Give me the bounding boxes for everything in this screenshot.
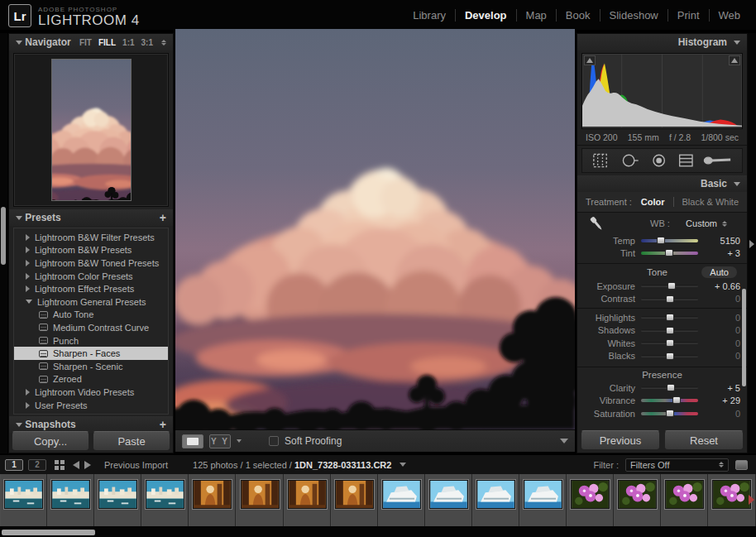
clarity-slider-knob[interactable] — [667, 384, 675, 391]
previous-button[interactable]: Previous — [581, 430, 660, 450]
photo-thumbnail-harbor[interactable] — [146, 480, 184, 509]
navigator-header[interactable]: Navigator FITFILL1:13:1 — [9, 34, 173, 50]
filter-toggle-switch[interactable] — [735, 460, 748, 470]
whites-slider-track[interactable] — [641, 342, 698, 344]
preset-item-medium-contrast-curve[interactable]: Medium Contrast Curve — [14, 321, 168, 334]
histogram-box[interactable] — [581, 53, 743, 129]
preset-item-auto-tone[interactable]: Auto Tone — [14, 309, 168, 322]
preset-item-sharpen-scenic[interactable]: Sharpen - Scenic — [14, 360, 168, 373]
collapsed-triangle-icon[interactable] — [26, 402, 30, 409]
exposure-slider-knob[interactable] — [667, 282, 676, 290]
right-panel-scrollbar[interactable] — [742, 289, 746, 386]
shadow-clipping-indicator[interactable] — [584, 55, 596, 65]
navigator-zoom-1-1[interactable]: 1:1 — [122, 38, 134, 47]
photo-thumbnail-orchid[interactable] — [712, 480, 751, 509]
highlights-slider-knob[interactable] — [666, 314, 674, 321]
loupe-view-button[interactable] — [182, 434, 203, 448]
grid-view-icon[interactable] — [55, 460, 65, 470]
filmstrip-cell-2[interactable] — [47, 474, 94, 526]
collapsed-triangle-icon[interactable] — [26, 389, 30, 396]
preset-folder-user-presets[interactable]: User Presets — [14, 399, 168, 412]
module-book[interactable]: Book — [557, 9, 600, 22]
clarity-slider-track[interactable] — [641, 386, 698, 389]
view-options-caret-icon[interactable] — [237, 439, 242, 443]
preset-item-sharpen-faces[interactable]: Sharpen - Faces — [14, 347, 168, 360]
saturation-slider-knob[interactable] — [666, 410, 674, 417]
soft-proofing-checkbox[interactable] — [269, 436, 279, 446]
presets-header[interactable]: Presets + — [9, 209, 173, 226]
filmstrip-cell-12[interactable] — [519, 474, 567, 526]
photo-thumbnail-room[interactable] — [241, 480, 280, 509]
previous-photo-arrow-icon[interactable] — [73, 461, 79, 469]
module-map[interactable]: Map — [517, 9, 557, 22]
collapsed-triangle-icon[interactable] — [26, 247, 30, 253]
preset-folder-lightroom-b-w-presets[interactable]: Lightroom B&W Presets — [14, 244, 168, 257]
filmstrip-scroll-right-icon[interactable] — [749, 495, 754, 505]
copy-button[interactable]: Copy... — [12, 431, 89, 451]
next-photo-arrow-icon[interactable] — [84, 461, 91, 469]
collapsed-triangle-icon[interactable] — [26, 285, 30, 292]
tint-slider-track[interactable] — [641, 252, 698, 255]
main-window-button[interactable]: 1 — [5, 459, 23, 471]
preset-folder-lightroom-b-w-filter-presets[interactable]: Lightroom B&W Filter Presets — [14, 231, 168, 244]
collapsed-triangle-icon[interactable] — [26, 234, 30, 241]
basic-header[interactable]: Basic — [577, 175, 747, 192]
main-photo[interactable] — [175, 29, 575, 429]
photo-thumbnail-orchid[interactable] — [665, 480, 704, 509]
photo-thumbnail-ship[interactable] — [429, 480, 468, 509]
filmstrip-cell-3[interactable] — [94, 474, 141, 526]
photo-thumbnail-room[interactable] — [193, 480, 232, 509]
preset-folder-lightroom-effect-presets[interactable]: Lightroom Effect Presets — [14, 282, 168, 295]
photo-thumbnail-harbor[interactable] — [98, 480, 137, 509]
photo-thumbnail-orchid[interactable] — [571, 480, 610, 509]
temp-slider-track[interactable] — [641, 239, 698, 242]
tint-slider-knob[interactable] — [665, 249, 673, 257]
filmstrip-cell-10[interactable] — [425, 474, 472, 526]
photo-thumbnail-room[interactable] — [335, 480, 374, 509]
preset-item-zeroed[interactable]: Zeroed — [14, 373, 168, 386]
compare-view-button[interactable]: Y Y — [209, 434, 231, 448]
filter-dropdown[interactable]: Filters Off — [625, 458, 729, 472]
highlight-clipping-indicator[interactable] — [729, 55, 740, 65]
wb-eyedropper-icon[interactable] — [586, 214, 607, 233]
module-print[interactable]: Print — [668, 9, 710, 22]
show-panel-arrow-icon[interactable] — [749, 240, 754, 248]
photo-thumbnail-ship[interactable] — [476, 480, 515, 509]
highlights-slider-track[interactable] — [641, 316, 698, 319]
module-web[interactable]: Web — [710, 9, 750, 22]
navigator-zoom-fill[interactable]: FILL — [98, 38, 116, 47]
module-library[interactable]: Library — [404, 9, 456, 22]
photo-thumbnail-harbor[interactable] — [51, 480, 90, 509]
blacks-slider-knob[interactable] — [666, 352, 674, 360]
photo-thumbnail-harbor[interactable] — [4, 480, 43, 509]
add-preset-button[interactable]: + — [160, 211, 166, 224]
contrast-slider-knob[interactable] — [666, 295, 674, 303]
photo-thumbnail-ship[interactable] — [524, 480, 562, 509]
exposure-slider-track[interactable] — [641, 285, 698, 287]
filmstrip-cell-11[interactable] — [472, 474, 519, 526]
previous-import-breadcrumb[interactable]: Previous Import — [104, 460, 168, 470]
shadows-slider-knob[interactable] — [666, 327, 674, 334]
shadows-slider-track[interactable] — [641, 329, 698, 332]
filmstrip-cell-7[interactable] — [284, 474, 331, 526]
navigator-zoom-3-1[interactable]: 3:1 — [141, 38, 153, 47]
histogram-header[interactable]: Histogram — [577, 34, 747, 50]
filmstrip-cell-6[interactable] — [236, 474, 283, 526]
filmstrip-cell-15[interactable] — [661, 474, 708, 526]
collapsed-triangle-icon[interactable] — [26, 273, 30, 280]
expanded-triangle-icon[interactable] — [26, 300, 32, 304]
preset-item-punch[interactable]: Punch — [14, 334, 168, 348]
wb-select[interactable]: Custom — [686, 218, 727, 228]
vibrance-slider-track[interactable] — [641, 399, 698, 402]
filmstrip-cell-13[interactable] — [567, 474, 614, 526]
left-panel-scrollbar[interactable] — [1, 207, 6, 265]
filmstrip-source-caret-icon[interactable] — [400, 463, 406, 467]
filmstrip-scrollbar[interactable] — [2, 530, 95, 535]
filmstrip-cell-1[interactable] — [0, 474, 47, 526]
preset-folder-lightroom-color-presets[interactable]: Lightroom Color Presets — [14, 270, 168, 283]
treatment-bw-option[interactable]: Black & White — [682, 197, 739, 207]
collapsed-triangle-icon[interactable] — [26, 260, 30, 266]
photo-thumbnail-room[interactable] — [288, 480, 327, 509]
navigator-preview[interactable] — [13, 53, 169, 207]
add-snapshot-button[interactable]: + — [160, 418, 166, 431]
